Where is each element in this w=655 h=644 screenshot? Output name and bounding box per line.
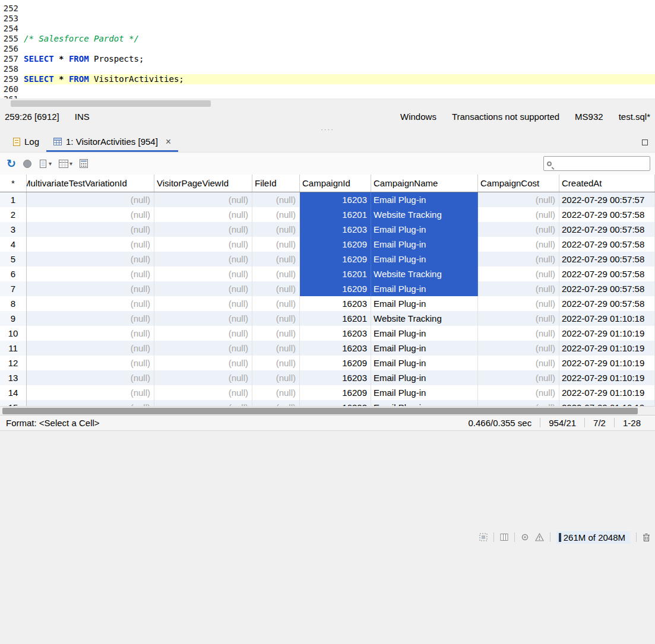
cell-vpv[interactable]: (null) — [154, 326, 252, 341]
cell-cid[interactable]: 16203 — [300, 400, 371, 406]
row-number[interactable]: 5 — [0, 252, 27, 267]
cell-created[interactable]: 2022-07-29 01:10:19 — [559, 326, 655, 341]
cell-cost[interactable]: (null) — [478, 281, 559, 296]
trash-icon[interactable] — [643, 533, 650, 542]
cell-file[interactable]: (null) — [252, 400, 300, 406]
row-number[interactable]: 4 — [0, 237, 27, 252]
cell-created[interactable]: 2022-07-29 00:57:58 — [559, 222, 655, 237]
cell-file[interactable]: (null) — [252, 341, 300, 356]
cell-cname[interactable]: Email Plug-in — [371, 222, 478, 237]
cell-file[interactable]: (null) — [252, 296, 300, 311]
cell-cname[interactable]: Email Plug-in — [371, 281, 478, 296]
row-number[interactable]: 1 — [0, 192, 27, 207]
cell-cid[interactable]: 16203 — [300, 370, 371, 385]
cell-created[interactable]: 2022-07-29 00:57:58 — [559, 207, 655, 222]
cell-cost[interactable]: (null) — [478, 207, 559, 222]
cell-cost[interactable]: (null) — [478, 385, 559, 400]
cell-mtv[interactable]: (null) — [27, 207, 154, 222]
cell-cid[interactable]: 16201 — [300, 311, 371, 326]
cell-cname[interactable]: Email Plug-in — [371, 326, 478, 341]
column-header-cname[interactable]: CampaignName — [371, 175, 478, 192]
cell-cname[interactable]: Email Plug-in — [371, 296, 478, 311]
tab-visitoractivities[interactable]: 1: VisitorActivities [954] × — [46, 133, 178, 152]
refresh-button[interactable]: ↻ — [5, 157, 18, 170]
cell-vpv[interactable]: (null) — [154, 237, 252, 252]
cell-cid[interactable]: 16209 — [300, 281, 371, 296]
cell-created[interactable]: 2022-07-29 01:10:19 — [559, 341, 655, 356]
row-number[interactable]: 3 — [0, 222, 27, 237]
cell-cname[interactable]: Email Plug-in — [371, 192, 478, 207]
cell-cid[interactable]: 16201 — [300, 207, 371, 222]
cell-created[interactable]: 2022-07-29 00:57:58 — [559, 267, 655, 281]
cell-mtv[interactable]: (null) — [27, 237, 154, 252]
maximize-icon[interactable] — [642, 139, 648, 145]
row-number[interactable]: 2 — [0, 207, 27, 222]
cell-created[interactable]: 2022-07-29 00:57:57 — [559, 192, 655, 207]
editor-scrollbar-thumb[interactable] — [11, 100, 211, 107]
cell-cost[interactable]: (null) — [478, 222, 559, 237]
cell-cost[interactable]: (null) — [478, 192, 559, 207]
cell-cname[interactable]: Email Plug-in — [371, 252, 478, 267]
row-number[interactable]: 13 — [0, 370, 27, 385]
cell-cid[interactable]: 16203 — [300, 326, 371, 341]
column-header-vpv[interactable]: VisitorPageViewId — [154, 175, 252, 192]
cell-cost[interactable]: (null) — [478, 400, 559, 406]
cell-cost[interactable]: (null) — [478, 237, 559, 252]
cell-created[interactable]: 2022-07-29 01:10:19 — [559, 370, 655, 385]
tab-log[interactable]: Log — [6, 133, 46, 152]
cell-created[interactable]: 2022-07-29 00:57:58 — [559, 296, 655, 311]
cell-cid[interactable]: 16209 — [300, 385, 371, 400]
export-button[interactable]: ▾ — [37, 158, 53, 170]
cell-file[interactable]: (null) — [252, 222, 300, 237]
cell-cid[interactable]: 16209 — [300, 252, 371, 267]
cell-mtv[interactable]: (null) — [27, 326, 154, 341]
cell-cid[interactable]: 16201 — [300, 267, 371, 281]
cell-file[interactable]: (null) — [252, 237, 300, 252]
cell-created[interactable]: 2022-07-29 01:10:19 — [559, 385, 655, 400]
cell-cost[interactable]: (null) — [478, 370, 559, 385]
cell-cid[interactable]: 16209 — [300, 356, 371, 370]
cell-vpv[interactable]: (null) — [154, 267, 252, 281]
cell-vpv[interactable]: (null) — [154, 400, 252, 406]
cell-vpv[interactable]: (null) — [154, 207, 252, 222]
row-number[interactable]: 12 — [0, 356, 27, 370]
column-header-created[interactable]: CreatedAt — [559, 175, 655, 192]
cell-created[interactable]: 2022-07-29 01:10:19 — [559, 400, 655, 406]
cell-cost[interactable]: (null) — [478, 311, 559, 326]
column-header-cid[interactable]: CampaignId — [300, 175, 371, 192]
cell-created[interactable]: 2022-07-29 00:57:58 — [559, 237, 655, 252]
column-header-mtv[interactable]: MultivariateTestVariationId — [27, 175, 154, 192]
cell-file[interactable]: (null) — [252, 192, 300, 207]
cell-created[interactable]: 2022-07-29 01:10:19 — [559, 356, 655, 370]
close-icon[interactable]: × — [166, 137, 171, 147]
cell-mtv[interactable]: (null) — [27, 385, 154, 400]
search-box[interactable] — [543, 156, 650, 171]
cell-cname[interactable]: Email Plug-in — [371, 385, 478, 400]
cell-file[interactable]: (null) — [252, 311, 300, 326]
pane-splitter[interactable]: ···· — [0, 125, 655, 133]
cell-vpv[interactable]: (null) — [154, 281, 252, 296]
cell-file[interactable]: (null) — [252, 281, 300, 296]
cell-mtv[interactable]: (null) — [27, 192, 154, 207]
cell-cname[interactable]: Website Tracking — [371, 267, 478, 281]
cell-created[interactable]: 2022-07-29 00:57:58 — [559, 252, 655, 267]
cell-file[interactable]: (null) — [252, 385, 300, 400]
gear-icon[interactable] — [521, 533, 529, 541]
search-input[interactable] — [555, 159, 655, 169]
cell-file[interactable]: (null) — [252, 356, 300, 370]
column-header-cost[interactable]: CampaignCost — [478, 175, 559, 192]
row-number[interactable]: 10 — [0, 326, 27, 341]
row-number[interactable]: 9 — [0, 311, 27, 326]
row-number[interactable]: 7 — [0, 281, 27, 296]
cell-mtv[interactable]: (null) — [27, 341, 154, 356]
grid-horizontal-scrollbar[interactable] — [0, 406, 655, 415]
cell-cid[interactable]: 16203 — [300, 296, 371, 311]
cell-mtv[interactable]: (null) — [27, 311, 154, 326]
row-number[interactable]: 6 — [0, 267, 27, 281]
layout-columns-icon[interactable] — [500, 533, 508, 541]
cell-cost[interactable]: (null) — [478, 296, 559, 311]
cell-mtv[interactable]: (null) — [27, 356, 154, 370]
row-number[interactable]: 11 — [0, 341, 27, 356]
cell-file[interactable]: (null) — [252, 252, 300, 267]
cell-vpv[interactable]: (null) — [154, 296, 252, 311]
